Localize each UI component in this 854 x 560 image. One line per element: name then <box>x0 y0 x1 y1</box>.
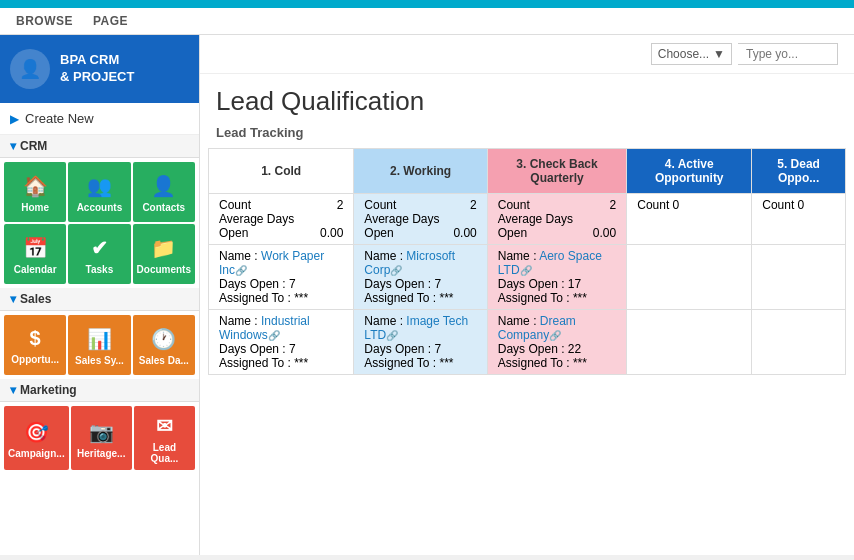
edit-icon-w1[interactable]: 🔗 <box>390 265 402 276</box>
days-open-label-c2: Days Open : <box>219 342 289 356</box>
dropdown-label: Choose... <box>658 47 709 61</box>
cold-stats: Count2 Average Days Open0.00 <box>209 194 354 245</box>
working-item-2-days: 7 <box>434 342 441 356</box>
working-item-1: Name : Microsoft Corp🔗 Days Open : 7 Ass… <box>354 245 487 310</box>
marketing-grid: 🎯 Campaign... 📷 Heritage... ✉ Lead Qua..… <box>0 402 199 474</box>
dead-item-1 <box>752 245 846 310</box>
name-prefix-w2: Name : <box>364 314 406 328</box>
section-sales: ▾ Sales <box>0 288 199 311</box>
sidebar-tile-tasks[interactable]: ✔ Tasks <box>68 224 130 284</box>
assigned-label-c2: Assigned To : <box>219 356 294 370</box>
edit-icon-c2[interactable]: 🔗 <box>268 330 280 341</box>
menu-page[interactable]: PAGE <box>93 14 128 28</box>
chevron-down-icon: ▾ <box>10 139 16 153</box>
crm-grid: 🏠 Home 👥 Accounts 👤 Contacts 📅 Calendar … <box>0 158 199 288</box>
col-header-quarterly: 3. Check BackQuarterly <box>487 149 626 194</box>
cold-open-label: Open <box>219 226 248 240</box>
assigned-label-q2: Assigned To : <box>498 356 573 370</box>
cold-count-value: 2 <box>337 198 344 212</box>
active-count-label: Count <box>637 198 669 212</box>
campaigns-icon: 🎯 <box>24 420 49 444</box>
heritage-icon: 📷 <box>89 420 114 444</box>
sales-dashboard-icon: 🕐 <box>151 327 176 351</box>
name-prefix-w1: Name : <box>364 249 406 263</box>
sidebar-tile-lead-qualification[interactable]: ✉ Lead Qua... <box>134 406 195 470</box>
quarterly-item-2-assigned: *** <box>573 356 587 370</box>
main-content: Choose... ▼ Lead Qualification Lead Trac… <box>200 35 854 555</box>
menu-browse[interactable]: BROWSE <box>16 14 73 28</box>
col-header-working: 2. Working <box>354 149 487 194</box>
cold-item-1: Name : Work Paper Inc🔗 Days Open : 7 Ass… <box>209 245 354 310</box>
days-open-label-q2: Days Open : <box>498 342 568 356</box>
sidebar-tile-contacts[interactable]: 👤 Contacts <box>133 162 195 222</box>
table-row: Name : Industrial Windows🔗 Days Open : 7… <box>209 310 846 375</box>
edit-icon-w2[interactable]: 🔗 <box>386 330 398 341</box>
edit-icon-q2[interactable]: 🔗 <box>549 330 561 341</box>
col-header-dead: 5. Dead Oppo... <box>752 149 846 194</box>
dead-item-2 <box>752 310 846 375</box>
create-new-button[interactable]: ▶ Create New <box>0 103 199 135</box>
sidebar-tile-campaigns[interactable]: 🎯 Campaign... <box>4 406 69 470</box>
quarterly-stats: Count2 Average Days Open0.00 <box>487 194 626 245</box>
quarterly-count-value: 2 <box>610 198 617 212</box>
name-prefix: Name : <box>219 249 261 263</box>
working-item-2: Name : Image Tech LTD🔗 Days Open : 7 Ass… <box>354 310 487 375</box>
main-header: Choose... ▼ <box>200 35 854 74</box>
search-input[interactable] <box>738 43 838 65</box>
quarterly-item-1-days: 17 <box>568 277 581 291</box>
working-stats: Count2 Average Days Open0.00 <box>354 194 487 245</box>
days-open-label-w1: Days Open : <box>364 277 434 291</box>
section-crm: ▾ CRM <box>0 135 199 158</box>
quarterly-item-2: Name : Dream Company🔗 Days Open : 22 Ass… <box>487 310 626 375</box>
accounts-icon: 👥 <box>87 174 112 198</box>
working-item-1-assigned: *** <box>440 291 454 305</box>
working-avg-value: 0.00 <box>453 226 476 240</box>
assigned-label-w2: Assigned To : <box>364 356 439 370</box>
cold-item-1-days: 7 <box>289 277 296 291</box>
chevron-right-icon: ▶ <box>10 112 19 126</box>
edit-icon-q1[interactable]: 🔗 <box>520 265 532 276</box>
sidebar-tile-accounts[interactable]: 👥 Accounts <box>68 162 130 222</box>
sidebar-tile-opportunities[interactable]: $ Opportu... <box>4 315 66 375</box>
chevron-down-sales-icon: ▾ <box>10 292 16 306</box>
cold-avg-value: 0.00 <box>320 226 343 240</box>
assigned-label-w1: Assigned To : <box>364 291 439 305</box>
working-avg-label: Average Days <box>364 212 439 226</box>
section-marketing: ▾ Marketing <box>0 379 199 402</box>
quarterly-open-label: Open <box>498 226 527 240</box>
active-count-value: 0 <box>673 198 680 212</box>
edit-icon[interactable]: 🔗 <box>235 265 247 276</box>
sidebar-tile-heritage[interactable]: 📷 Heritage... <box>71 406 132 470</box>
cold-avg-label: Average Days <box>219 212 294 226</box>
table-row: Name : Work Paper Inc🔗 Days Open : 7 Ass… <box>209 245 846 310</box>
cold-item-2: Name : Industrial Windows🔗 Days Open : 7… <box>209 310 354 375</box>
choose-dropdown[interactable]: Choose... ▼ <box>651 43 732 65</box>
logo-icon: 👤 <box>10 49 50 89</box>
sidebar-tile-sales-dashboard[interactable]: 🕐 Sales Da... <box>133 315 195 375</box>
dead-stats: Count 0 <box>752 194 846 245</box>
calendar-icon: 📅 <box>23 236 48 260</box>
tasks-icon: ✔ <box>91 236 108 260</box>
sales-system-icon: 📊 <box>87 327 112 351</box>
sidebar-tile-documents[interactable]: 📁 Documents <box>133 224 195 284</box>
sales-grid: $ Opportu... 📊 Sales Sy... 🕐 Sales Da... <box>0 311 199 379</box>
days-open-label-w2: Days Open : <box>364 342 434 356</box>
cold-item-2-days: 7 <box>289 342 296 356</box>
sidebar-tile-sales-system[interactable]: 📊 Sales Sy... <box>68 315 130 375</box>
lead-tracking-table: 1. Cold 2. Working 3. Check BackQuarterl… <box>208 148 846 375</box>
active-item-2 <box>627 310 752 375</box>
logo-text: BPA CRM & PROJECT <box>60 52 134 86</box>
cold-count-label: Count <box>219 198 251 212</box>
quarterly-avg-label: Average Days <box>498 212 573 226</box>
logo-person-icon: 👤 <box>19 58 41 80</box>
home-icon: 🏠 <box>23 174 48 198</box>
quarterly-item-1-assigned: *** <box>573 291 587 305</box>
working-count-label: Count <box>364 198 396 212</box>
layout: 👤 BPA CRM & PROJECT ▶ Create New ▾ CRM 🏠… <box>0 35 854 555</box>
sidebar-tile-calendar[interactable]: 📅 Calendar <box>4 224 66 284</box>
sidebar-tile-home[interactable]: 🏠 Home <box>4 162 66 222</box>
contacts-icon: 👤 <box>151 174 176 198</box>
name-prefix-q2: Name : <box>498 314 540 328</box>
quarterly-item-2-days: 22 <box>568 342 581 356</box>
quarterly-avg-value: 0.00 <box>593 226 616 240</box>
